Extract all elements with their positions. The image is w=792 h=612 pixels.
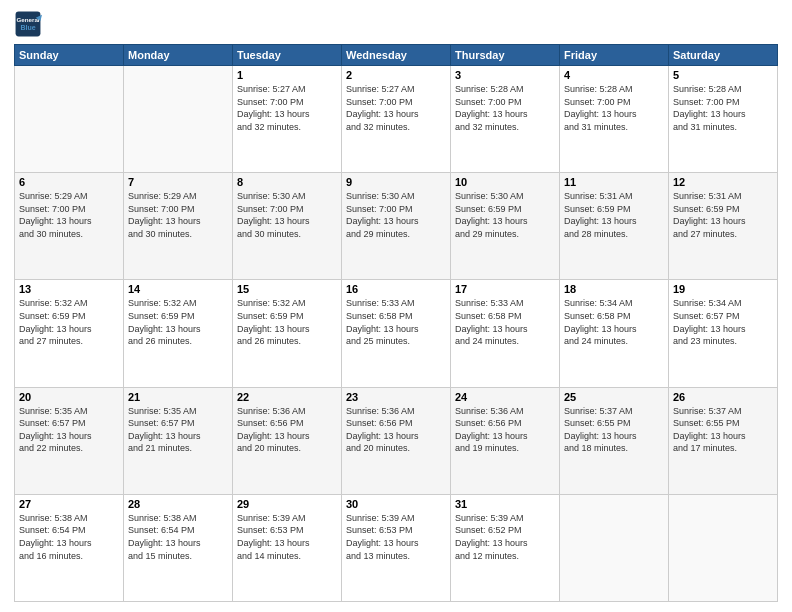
day-info: Sunrise: 5:30 AMSunset: 6:59 PMDaylight:… bbox=[455, 190, 555, 240]
weekday-header-row: SundayMondayTuesdayWednesdayThursdayFrid… bbox=[15, 45, 778, 66]
svg-text:Blue: Blue bbox=[20, 24, 35, 31]
calendar-cell: 1Sunrise: 5:27 AMSunset: 7:00 PMDaylight… bbox=[233, 66, 342, 173]
weekday-header-saturday: Saturday bbox=[669, 45, 778, 66]
day-number: 23 bbox=[346, 391, 446, 403]
calendar-cell: 16Sunrise: 5:33 AMSunset: 6:58 PMDayligh… bbox=[342, 280, 451, 387]
calendar-cell: 24Sunrise: 5:36 AMSunset: 6:56 PMDayligh… bbox=[451, 387, 560, 494]
day-number: 11 bbox=[564, 176, 664, 188]
weekday-header-tuesday: Tuesday bbox=[233, 45, 342, 66]
calendar-cell: 31Sunrise: 5:39 AMSunset: 6:52 PMDayligh… bbox=[451, 494, 560, 601]
logo-icon: General Blue bbox=[14, 10, 42, 38]
calendar-cell: 14Sunrise: 5:32 AMSunset: 6:59 PMDayligh… bbox=[124, 280, 233, 387]
day-info: Sunrise: 5:27 AMSunset: 7:00 PMDaylight:… bbox=[346, 83, 446, 133]
day-number: 1 bbox=[237, 69, 337, 81]
calendar-cell: 9Sunrise: 5:30 AMSunset: 7:00 PMDaylight… bbox=[342, 173, 451, 280]
day-number: 7 bbox=[128, 176, 228, 188]
day-number: 31 bbox=[455, 498, 555, 510]
day-number: 6 bbox=[19, 176, 119, 188]
header: General Blue bbox=[14, 10, 778, 38]
calendar-week-row: 27Sunrise: 5:38 AMSunset: 6:54 PMDayligh… bbox=[15, 494, 778, 601]
calendar-cell: 19Sunrise: 5:34 AMSunset: 6:57 PMDayligh… bbox=[669, 280, 778, 387]
day-info: Sunrise: 5:31 AMSunset: 6:59 PMDaylight:… bbox=[673, 190, 773, 240]
calendar-cell: 25Sunrise: 5:37 AMSunset: 6:55 PMDayligh… bbox=[560, 387, 669, 494]
day-info: Sunrise: 5:39 AMSunset: 6:53 PMDaylight:… bbox=[237, 512, 337, 562]
calendar-cell bbox=[560, 494, 669, 601]
calendar-cell: 5Sunrise: 5:28 AMSunset: 7:00 PMDaylight… bbox=[669, 66, 778, 173]
day-number: 20 bbox=[19, 391, 119, 403]
calendar-cell: 11Sunrise: 5:31 AMSunset: 6:59 PMDayligh… bbox=[560, 173, 669, 280]
day-number: 30 bbox=[346, 498, 446, 510]
calendar-cell: 21Sunrise: 5:35 AMSunset: 6:57 PMDayligh… bbox=[124, 387, 233, 494]
day-number: 18 bbox=[564, 283, 664, 295]
calendar-cell: 2Sunrise: 5:27 AMSunset: 7:00 PMDaylight… bbox=[342, 66, 451, 173]
day-number: 16 bbox=[346, 283, 446, 295]
calendar-cell: 10Sunrise: 5:30 AMSunset: 6:59 PMDayligh… bbox=[451, 173, 560, 280]
day-number: 19 bbox=[673, 283, 773, 295]
day-info: Sunrise: 5:34 AMSunset: 6:58 PMDaylight:… bbox=[564, 297, 664, 347]
calendar-cell: 27Sunrise: 5:38 AMSunset: 6:54 PMDayligh… bbox=[15, 494, 124, 601]
calendar-cell bbox=[15, 66, 124, 173]
calendar-cell: 26Sunrise: 5:37 AMSunset: 6:55 PMDayligh… bbox=[669, 387, 778, 494]
calendar-cell: 4Sunrise: 5:28 AMSunset: 7:00 PMDaylight… bbox=[560, 66, 669, 173]
calendar-cell: 12Sunrise: 5:31 AMSunset: 6:59 PMDayligh… bbox=[669, 173, 778, 280]
calendar-cell: 17Sunrise: 5:33 AMSunset: 6:58 PMDayligh… bbox=[451, 280, 560, 387]
day-info: Sunrise: 5:39 AMSunset: 6:53 PMDaylight:… bbox=[346, 512, 446, 562]
weekday-header-thursday: Thursday bbox=[451, 45, 560, 66]
day-info: Sunrise: 5:31 AMSunset: 6:59 PMDaylight:… bbox=[564, 190, 664, 240]
day-number: 2 bbox=[346, 69, 446, 81]
day-number: 25 bbox=[564, 391, 664, 403]
day-info: Sunrise: 5:34 AMSunset: 6:57 PMDaylight:… bbox=[673, 297, 773, 347]
day-info: Sunrise: 5:37 AMSunset: 6:55 PMDaylight:… bbox=[564, 405, 664, 455]
calendar-cell: 7Sunrise: 5:29 AMSunset: 7:00 PMDaylight… bbox=[124, 173, 233, 280]
calendar-cell: 18Sunrise: 5:34 AMSunset: 6:58 PMDayligh… bbox=[560, 280, 669, 387]
day-info: Sunrise: 5:32 AMSunset: 6:59 PMDaylight:… bbox=[19, 297, 119, 347]
day-info: Sunrise: 5:33 AMSunset: 6:58 PMDaylight:… bbox=[346, 297, 446, 347]
day-info: Sunrise: 5:36 AMSunset: 6:56 PMDaylight:… bbox=[346, 405, 446, 455]
day-info: Sunrise: 5:35 AMSunset: 6:57 PMDaylight:… bbox=[128, 405, 228, 455]
day-number: 29 bbox=[237, 498, 337, 510]
calendar-cell: 29Sunrise: 5:39 AMSunset: 6:53 PMDayligh… bbox=[233, 494, 342, 601]
calendar-cell: 3Sunrise: 5:28 AMSunset: 7:00 PMDaylight… bbox=[451, 66, 560, 173]
day-info: Sunrise: 5:37 AMSunset: 6:55 PMDaylight:… bbox=[673, 405, 773, 455]
day-number: 14 bbox=[128, 283, 228, 295]
calendar-cell: 8Sunrise: 5:30 AMSunset: 7:00 PMDaylight… bbox=[233, 173, 342, 280]
calendar-cell: 13Sunrise: 5:32 AMSunset: 6:59 PMDayligh… bbox=[15, 280, 124, 387]
page: General Blue SundayMondayTuesdayWednesda… bbox=[0, 0, 792, 612]
day-info: Sunrise: 5:36 AMSunset: 6:56 PMDaylight:… bbox=[237, 405, 337, 455]
calendar-cell: 22Sunrise: 5:36 AMSunset: 6:56 PMDayligh… bbox=[233, 387, 342, 494]
day-number: 12 bbox=[673, 176, 773, 188]
day-info: Sunrise: 5:35 AMSunset: 6:57 PMDaylight:… bbox=[19, 405, 119, 455]
day-info: Sunrise: 5:39 AMSunset: 6:52 PMDaylight:… bbox=[455, 512, 555, 562]
day-info: Sunrise: 5:38 AMSunset: 6:54 PMDaylight:… bbox=[19, 512, 119, 562]
weekday-header-monday: Monday bbox=[124, 45, 233, 66]
day-info: Sunrise: 5:33 AMSunset: 6:58 PMDaylight:… bbox=[455, 297, 555, 347]
day-number: 27 bbox=[19, 498, 119, 510]
day-number: 24 bbox=[455, 391, 555, 403]
logo: General Blue bbox=[14, 10, 46, 38]
day-number: 10 bbox=[455, 176, 555, 188]
calendar-week-row: 13Sunrise: 5:32 AMSunset: 6:59 PMDayligh… bbox=[15, 280, 778, 387]
day-number: 15 bbox=[237, 283, 337, 295]
weekday-header-wednesday: Wednesday bbox=[342, 45, 451, 66]
day-number: 17 bbox=[455, 283, 555, 295]
day-number: 28 bbox=[128, 498, 228, 510]
svg-text:General: General bbox=[16, 16, 39, 23]
day-info: Sunrise: 5:36 AMSunset: 6:56 PMDaylight:… bbox=[455, 405, 555, 455]
day-info: Sunrise: 5:29 AMSunset: 7:00 PMDaylight:… bbox=[19, 190, 119, 240]
calendar-cell: 6Sunrise: 5:29 AMSunset: 7:00 PMDaylight… bbox=[15, 173, 124, 280]
calendar-cell: 30Sunrise: 5:39 AMSunset: 6:53 PMDayligh… bbox=[342, 494, 451, 601]
day-info: Sunrise: 5:28 AMSunset: 7:00 PMDaylight:… bbox=[455, 83, 555, 133]
calendar-cell: 28Sunrise: 5:38 AMSunset: 6:54 PMDayligh… bbox=[124, 494, 233, 601]
calendar-cell: 15Sunrise: 5:32 AMSunset: 6:59 PMDayligh… bbox=[233, 280, 342, 387]
calendar-table: SundayMondayTuesdayWednesdayThursdayFrid… bbox=[14, 44, 778, 602]
day-info: Sunrise: 5:38 AMSunset: 6:54 PMDaylight:… bbox=[128, 512, 228, 562]
day-number: 4 bbox=[564, 69, 664, 81]
day-number: 5 bbox=[673, 69, 773, 81]
day-info: Sunrise: 5:32 AMSunset: 6:59 PMDaylight:… bbox=[128, 297, 228, 347]
calendar-cell bbox=[669, 494, 778, 601]
calendar-cell: 20Sunrise: 5:35 AMSunset: 6:57 PMDayligh… bbox=[15, 387, 124, 494]
day-info: Sunrise: 5:28 AMSunset: 7:00 PMDaylight:… bbox=[673, 83, 773, 133]
day-number: 13 bbox=[19, 283, 119, 295]
day-info: Sunrise: 5:30 AMSunset: 7:00 PMDaylight:… bbox=[237, 190, 337, 240]
day-info: Sunrise: 5:27 AMSunset: 7:00 PMDaylight:… bbox=[237, 83, 337, 133]
